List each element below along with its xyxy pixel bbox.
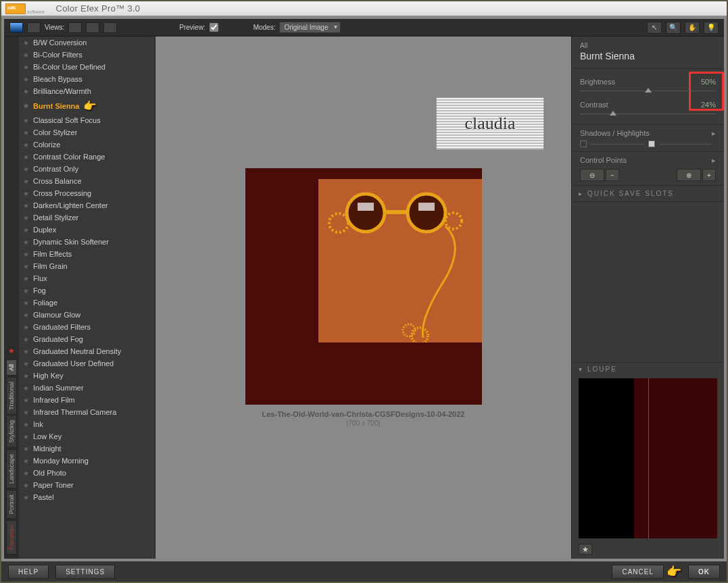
- favorite-star-icon[interactable]: ★: [23, 88, 29, 95]
- filter-item[interactable]: ★Indian Summer: [19, 382, 155, 394]
- favorite-star-icon[interactable]: ★: [23, 494, 29, 501]
- filter-item[interactable]: ★Contrast Color Range: [19, 151, 155, 163]
- view-mode-single-icon[interactable]: [9, 22, 23, 33]
- filter-item[interactable]: ★Graduated Filters: [19, 321, 155, 333]
- favorite-star-icon[interactable]: ★: [23, 129, 29, 136]
- favorite-star-icon[interactable]: ★: [23, 384, 29, 392]
- filter-item[interactable]: ★Graduated Fog: [19, 333, 155, 345]
- highlights-checkbox[interactable]: [648, 141, 655, 147]
- filter-item[interactable]: ★Dynamic Skin Softener: [19, 236, 155, 248]
- filter-item[interactable]: ★Classical Soft Focus: [19, 114, 155, 126]
- layout-1-icon[interactable]: [68, 22, 82, 33]
- filter-item[interactable]: ★Duplex: [19, 224, 155, 236]
- favorite-star-icon[interactable]: ★: [23, 153, 29, 161]
- filter-item[interactable]: ★Glamour Glow: [19, 309, 155, 321]
- filter-item[interactable]: ★Bi-Color Filters: [19, 49, 155, 61]
- ok-button[interactable]: OK: [688, 565, 720, 579]
- loupe-lock-button[interactable]: ★: [579, 544, 592, 555]
- favorite-star-icon[interactable]: ★: [23, 287, 29, 295]
- favorite-star-icon[interactable]: ★: [23, 397, 29, 404]
- favorite-star-icon[interactable]: ★: [23, 39, 29, 47]
- filter-item[interactable]: ★Monday Morning: [19, 455, 155, 467]
- filter-item[interactable]: ★Ink: [19, 418, 155, 430]
- favorite-star-icon[interactable]: ★: [23, 190, 29, 197]
- filter-item[interactable]: ★Low Key: [19, 430, 155, 442]
- favorite-star-icon[interactable]: ★: [23, 117, 29, 124]
- filter-item[interactable]: ★Infrared Film: [19, 394, 155, 406]
- cp-minus-button[interactable]: −: [606, 169, 619, 181]
- pointer-tool-icon[interactable]: ↖: [647, 22, 662, 34]
- filter-item[interactable]: ★High Key: [19, 370, 155, 382]
- favorite-star-icon[interactable]: ★: [23, 141, 29, 149]
- layout-2-icon[interactable]: [86, 22, 99, 33]
- cp-add-pos-button[interactable]: ⊕: [677, 169, 701, 181]
- favorite-star-icon[interactable]: ★: [23, 76, 29, 83]
- favorite-star-icon[interactable]: ★: [23, 275, 29, 282]
- favorite-star-icon[interactable]: ★: [23, 311, 29, 319]
- filter-list[interactable]: ★B/W Conversion★Bi-Color Filters★Bi-Colo…: [19, 36, 155, 559]
- filter-item[interactable]: ★Cross Processing: [19, 187, 155, 199]
- favorite-star-icon[interactable]: ★: [23, 178, 29, 185]
- filter-item[interactable]: ★Midnight: [19, 442, 155, 455]
- filter-item[interactable]: ★Cross Balance: [19, 175, 155, 187]
- favorite-star-icon[interactable]: ★: [23, 409, 29, 416]
- filter-item[interactable]: ★Bi-Color User Defined: [19, 61, 155, 73]
- filter-item[interactable]: ★Colorize: [19, 138, 155, 151]
- favorite-star-icon[interactable]: ★: [23, 251, 29, 258]
- shadows-checkbox[interactable]: [580, 141, 587, 147]
- category-tab-all[interactable]: All: [6, 359, 17, 376]
- modes-select[interactable]: Original Image: [279, 22, 341, 33]
- cancel-button[interactable]: CANCEL: [612, 565, 664, 579]
- filter-item[interactable]: ★Pastel: [19, 491, 155, 503]
- favorite-star-icon[interactable]: ★: [23, 226, 29, 234]
- view-mode-split-icon[interactable]: [27, 22, 41, 33]
- filter-item[interactable]: ★Paper Toner: [19, 479, 155, 491]
- favorite-star-icon[interactable]: ★: [23, 299, 29, 307]
- filter-item[interactable]: ★Bleach Bypass: [19, 73, 155, 85]
- favorite-star-icon[interactable]: ★: [23, 482, 29, 489]
- pan-tool-icon[interactable]: ✋: [685, 22, 700, 34]
- favorite-star-icon[interactable]: ★: [23, 445, 29, 453]
- favorite-star-icon[interactable]: ★: [23, 202, 29, 209]
- category-tab-landscape[interactable]: Landscape: [6, 449, 17, 488]
- filter-item[interactable]: ★Film Grain: [19, 260, 155, 272]
- favorite-star-icon[interactable]: ★: [23, 324, 29, 331]
- favorite-star-icon[interactable]: ★: [23, 51, 29, 59]
- favorite-star-icon[interactable]: ★: [23, 263, 29, 270]
- preview-checkbox[interactable]: [210, 23, 218, 32]
- filter-item[interactable]: ★Fog: [19, 284, 155, 297]
- filter-item[interactable]: ★Old Photo: [19, 467, 155, 479]
- favorite-star-icon[interactable]: ★: [23, 360, 29, 367]
- quick-save-slots[interactable]: QUICK SAVE SLOTS: [572, 185, 724, 202]
- category-tab-traditional[interactable]: Traditional: [6, 377, 17, 415]
- category-tab-portrait[interactable]: Portrait: [6, 490, 17, 519]
- layout-3-icon[interactable]: [103, 22, 117, 33]
- filter-item[interactable]: ★Film Effects: [19, 248, 155, 260]
- favorite-star-icon[interactable]: ★: [23, 214, 29, 222]
- loupe-header[interactable]: LOUPE: [572, 362, 724, 376]
- help-button[interactable]: HELP: [8, 565, 49, 579]
- cp-plus-button[interactable]: +: [702, 169, 716, 181]
- favorite-star-icon[interactable]: ★: [23, 470, 29, 477]
- favorite-star-icon[interactable]: ★: [23, 433, 29, 440]
- category-tab-stylizing[interactable]: Stylizing: [6, 415, 17, 448]
- filter-item[interactable]: ★Infrared Thermal Camera: [19, 406, 155, 418]
- filter-item[interactable]: ★Graduated Neutral Density: [19, 345, 155, 357]
- favorite-star-icon[interactable]: ★: [23, 238, 29, 246]
- filter-item[interactable]: ★Darken/Lighten Center: [19, 199, 155, 211]
- favorite-star-icon[interactable]: ★: [23, 102, 29, 109]
- brightness-slider[interactable]: [580, 88, 716, 95]
- filter-item[interactable]: ★Detail Stylizer: [19, 211, 155, 224]
- filter-item[interactable]: ★Brilliance/Warmth: [19, 85, 155, 97]
- shadows-highlights-section[interactable]: Shadows / Highlights▸: [572, 124, 724, 151]
- favorite-star-icon[interactable]: ★: [23, 372, 29, 380]
- favorite-star-icon[interactable]: ★: [23, 348, 29, 355]
- filter-item[interactable]: ★Flux: [19, 272, 155, 284]
- loupe-view[interactable]: [579, 378, 717, 538]
- filter-item[interactable]: ★Graduated User Defined: [19, 357, 155, 370]
- zoom-tool-icon[interactable]: 🔍: [666, 22, 681, 34]
- filter-item[interactable]: ★Foliage: [19, 297, 155, 309]
- cp-add-neg-button[interactable]: ⊖: [580, 169, 604, 181]
- favorite-star-icon[interactable]: ★: [23, 166, 29, 173]
- filter-item[interactable]: ★Contrast Only: [19, 163, 155, 175]
